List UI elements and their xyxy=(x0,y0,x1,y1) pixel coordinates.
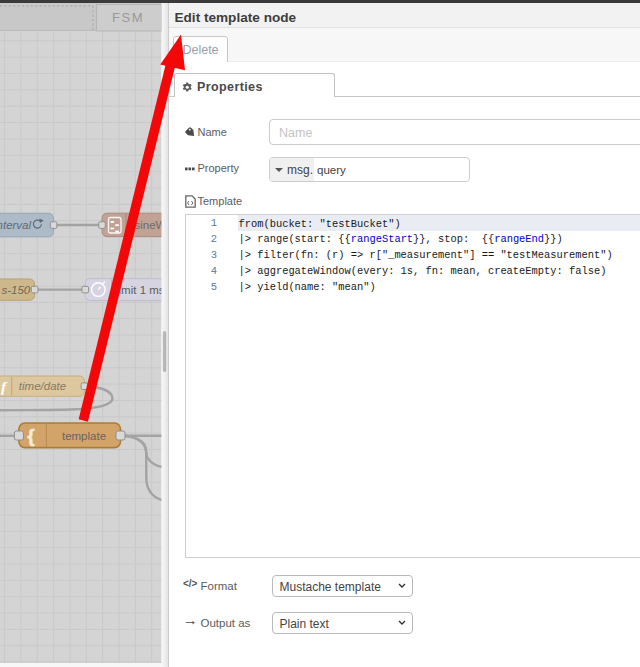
svg-text:interval: interval xyxy=(0,219,32,231)
svg-text:FSM: FSM xyxy=(112,10,144,25)
svg-text:time/date: time/date xyxy=(19,380,66,392)
svg-text:s-150: s-150 xyxy=(2,284,31,296)
svg-text:template: template xyxy=(62,430,106,442)
svg-text:{: { xyxy=(28,426,35,446)
svg-text:limit 1 msg: limit 1 msg xyxy=(116,284,168,296)
